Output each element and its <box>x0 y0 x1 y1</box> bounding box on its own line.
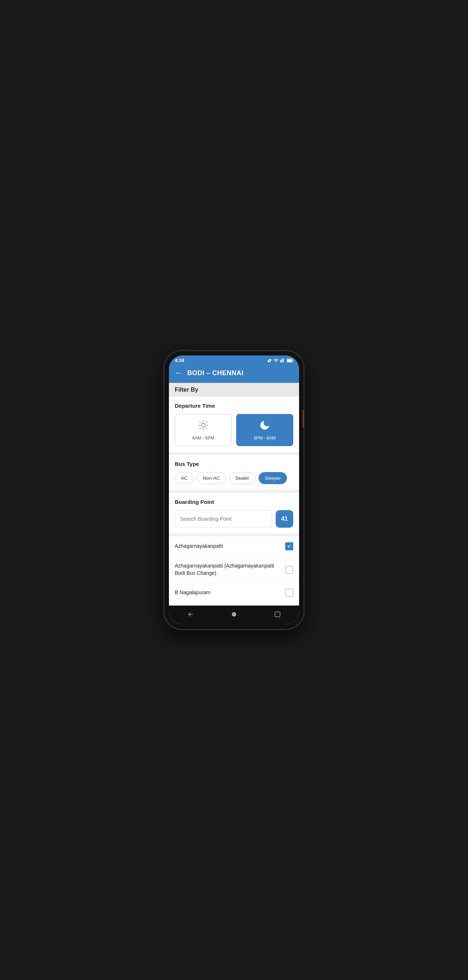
svg-rect-2 <box>287 359 292 362</box>
boarding-item[interactable]: Azhagarnayakanpatti <box>169 536 299 557</box>
svg-point-3 <box>201 423 205 428</box>
boarding-search-row: 41 <box>175 510 293 528</box>
filter-by-bar: Filter By <box>169 383 299 397</box>
status-bar: 4:34 <box>169 355 299 364</box>
bus-type-sleeper[interactable]: Sleeper <box>258 472 287 484</box>
departure-time-section: Departure Time <box>169 397 299 452</box>
boarding-checkbox[interactable] <box>285 542 293 550</box>
boarding-count-badge: 41 <box>276 510 293 528</box>
boarding-item[interactable]: B Nagalapuram (Nagalapuram Bodi Bus Chan… <box>169 603 299 606</box>
content-area: Filter By Departure Time <box>169 383 299 606</box>
nav-home-button[interactable] <box>229 609 239 619</box>
departure-time-title: Departure Time <box>175 402 293 409</box>
navigation-bar <box>169 606 299 625</box>
svg-rect-1 <box>293 360 293 361</box>
bus-type-title: Bus Type <box>175 461 293 467</box>
battery-icon <box>287 358 293 363</box>
status-time: 4:34 <box>175 358 184 363</box>
svg-line-8 <box>200 422 201 423</box>
boarding-item[interactable]: Azhagarnayakanpatti (Azhagarnayakanpatti… <box>169 557 299 583</box>
back-button[interactable]: ← <box>175 368 183 378</box>
departure-options: 6AM - 6PM 6PM - 6AM <box>175 414 293 446</box>
boarding-list: Azhagarnayakanpatti Azhagarnayakanpatti … <box>169 536 299 606</box>
bus-type-options: AC Non-AC Seater Sleeper <box>175 472 293 484</box>
boarding-point-section: Boarding Point 41 <box>169 493 299 533</box>
moon-icon <box>259 419 271 433</box>
departure-day-option[interactable]: 6AM - 6PM <box>175 414 232 446</box>
boarding-search-input[interactable] <box>175 510 272 528</box>
boarding-point-title: Boarding Point <box>175 499 293 505</box>
bus-type-ac[interactable]: AC <box>175 472 194 484</box>
sun-icon <box>197 419 209 433</box>
nav-back-icon <box>187 611 194 617</box>
boarding-item-name: Azhagarnayakanpatti <box>175 542 285 550</box>
svg-rect-13 <box>275 612 280 617</box>
boarding-item-name: Azhagarnayakanpatti (Azhagarnayakanpatti… <box>175 562 285 577</box>
nav-home-icon <box>231 611 237 617</box>
svg-line-10 <box>200 428 201 429</box>
nav-recent-button[interactable] <box>272 609 283 619</box>
svg-line-9 <box>206 428 207 429</box>
bus-type-section: Bus Type AC Non-AC Seater Sleeper <box>169 455 299 490</box>
bus-type-seater[interactable]: Seater <box>229 472 255 484</box>
boarding-item[interactable]: B Nagalapuram <box>169 583 299 603</box>
departure-night-option[interactable]: 6PM - 6AM <box>236 414 293 446</box>
volume-button <box>303 410 304 428</box>
app-header: ← BODI – CHENNAI <box>169 364 299 383</box>
bus-type-nonac[interactable]: Non-AC <box>197 472 226 484</box>
header-title: BODI – CHENNAI <box>187 369 244 377</box>
status-icons <box>267 358 293 363</box>
boarding-checkbox[interactable] <box>285 566 293 574</box>
settings-icon <box>267 358 272 363</box>
filter-by-label: Filter By <box>175 387 198 393</box>
departure-day-label: 6AM - 6PM <box>192 436 214 441</box>
boarding-item-name: B Nagalapuram <box>175 589 285 597</box>
wifi-icon <box>274 358 279 363</box>
boarding-checkbox[interactable] <box>285 589 293 597</box>
svg-line-11 <box>206 422 207 423</box>
signal-icon <box>280 358 285 363</box>
svg-point-12 <box>232 612 236 617</box>
phone-shell: 4:34 <box>164 351 304 629</box>
nav-back-button[interactable] <box>185 609 196 619</box>
nav-recent-icon <box>274 611 281 617</box>
phone-screen: 4:34 <box>169 355 299 625</box>
departure-night-label: 6PM - 6AM <box>254 436 276 441</box>
